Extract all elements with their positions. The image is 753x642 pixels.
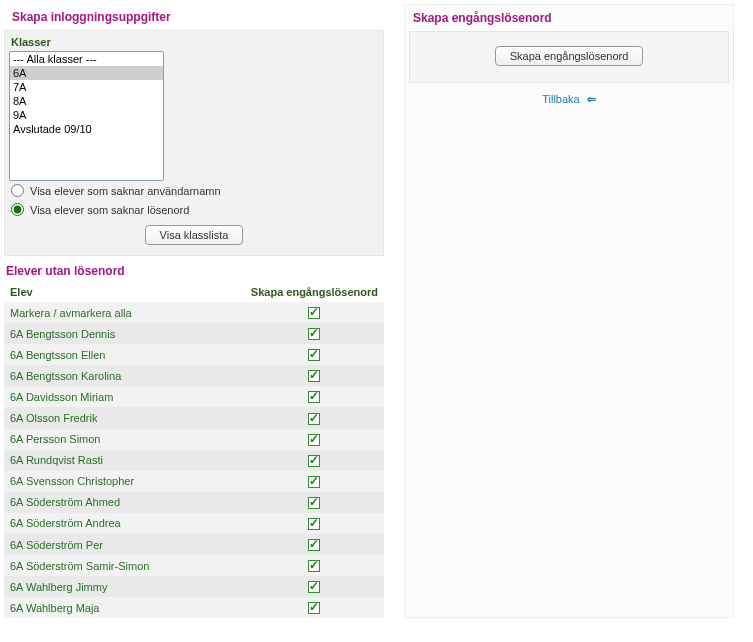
student-name: 6A Olsson Fredrik <box>4 407 245 428</box>
student-name: 6A Bengtsson Ellen <box>4 344 245 365</box>
toggle-all-label[interactable]: Markera / avmarkera alla <box>4 302 245 323</box>
table-row: 6A Söderström Ahmed <box>4 492 384 513</box>
students-tbody: Markera / avmarkera alla6A Bengtsson Den… <box>4 302 384 618</box>
table-row: 6A Rundqvist Rasti <box>4 450 384 471</box>
student-name: 6A Svensson Christopher <box>4 471 245 492</box>
students-table: Elev Skapa engångslösenord Markera / avm… <box>4 282 384 618</box>
create-otp-title: Skapa engångslösenord <box>405 5 733 31</box>
class-option[interactable]: 7A <box>10 80 163 94</box>
checkbox[interactable] <box>308 497 320 509</box>
student-name: 6A Davidsson Miriam <box>4 386 245 407</box>
create-otp-button[interactable]: Skapa engångslösenord <box>495 46 644 66</box>
table-row: 6A Svensson Christopher <box>4 471 384 492</box>
check-cell <box>245 386 384 407</box>
class-option[interactable]: 9A <box>10 108 163 122</box>
table-row: 6A Söderström Andrea <box>4 513 384 534</box>
check-cell <box>245 344 384 365</box>
check-cell <box>245 302 384 323</box>
student-name: 6A Bengtsson Karolina <box>4 365 245 386</box>
checkbox[interactable] <box>308 476 320 488</box>
student-name: 6A Söderström Per <box>4 534 245 555</box>
radio-missing-username-label: Visa elever som saknar användarnamn <box>30 185 221 197</box>
class-select[interactable]: --- Alla klasser ---6A7A8A9AAvslutade 09… <box>9 51 164 181</box>
checkbox[interactable] <box>308 434 320 446</box>
table-row: 6A Bengtsson Dennis <box>4 323 384 344</box>
class-option[interactable]: 8A <box>10 94 163 108</box>
table-row: 6A Wahlberg Jimmy <box>4 576 384 597</box>
check-cell <box>245 323 384 344</box>
checkbox[interactable] <box>308 349 320 361</box>
radio-missing-password[interactable] <box>11 203 24 216</box>
back-link[interactable]: Tillbaka ⇐ <box>405 83 733 110</box>
radio-missing-password-row[interactable]: Visa elever som saknar lösenord <box>9 200 379 219</box>
create-credentials-title: Skapa inloggningsuppgifter <box>4 4 384 30</box>
show-classlist-button[interactable]: Visa klasslista <box>145 225 244 245</box>
radio-missing-username[interactable] <box>11 184 24 197</box>
check-cell <box>245 471 384 492</box>
checkbox[interactable] <box>308 455 320 467</box>
check-cell <box>245 365 384 386</box>
class-option[interactable]: Avslutade 09/10 <box>10 122 163 136</box>
check-cell <box>245 576 384 597</box>
student-name: 6A Söderström Ahmed <box>4 492 245 513</box>
check-cell <box>245 407 384 428</box>
check-cell <box>245 597 384 618</box>
check-cell <box>245 429 384 450</box>
students-without-password-title: Elever utan lösenord <box>4 256 384 282</box>
radio-missing-password-label: Visa elever som saknar lösenord <box>30 204 189 216</box>
student-name: 6A Persson Simon <box>4 429 245 450</box>
classes-section: Klasser --- Alla klasser ---6A7A8A9AAvsl… <box>4 30 384 256</box>
student-name: 6A Bengtsson Dennis <box>4 323 245 344</box>
check-cell <box>245 492 384 513</box>
check-cell <box>245 450 384 471</box>
checkbox[interactable] <box>308 539 320 551</box>
checkbox[interactable] <box>308 518 320 530</box>
check-cell <box>245 513 384 534</box>
checkbox[interactable] <box>308 328 320 340</box>
student-name: 6A Rundqvist Rasti <box>4 450 245 471</box>
student-name: 6A Wahlberg Jimmy <box>4 576 245 597</box>
checkbox[interactable] <box>308 560 320 572</box>
checkbox[interactable] <box>308 307 320 319</box>
left-panel: Skapa inloggningsuppgifter Klasser --- A… <box>4 4 384 618</box>
back-link-label: Tillbaka <box>542 93 580 105</box>
table-row: 6A Wahlberg Maja <box>4 597 384 618</box>
table-row: 6A Persson Simon <box>4 429 384 450</box>
checkbox[interactable] <box>308 370 320 382</box>
toggle-all-row: Markera / avmarkera alla <box>4 302 384 323</box>
table-row: 6A Bengtsson Ellen <box>4 344 384 365</box>
check-cell <box>245 534 384 555</box>
right-panel: Skapa engångslösenord Skapa engångslösen… <box>404 4 734 618</box>
checkbox[interactable] <box>308 581 320 593</box>
table-row: 6A Bengtsson Karolina <box>4 365 384 386</box>
checkbox[interactable] <box>308 602 320 614</box>
table-row: 6A Söderström Samir-Simon <box>4 555 384 576</box>
table-row: 6A Davidsson Miriam <box>4 386 384 407</box>
col-action-header: Skapa engångslösenord <box>245 282 384 302</box>
table-row: 6A Söderström Per <box>4 534 384 555</box>
radio-missing-username-row[interactable]: Visa elever som saknar användarnamn <box>9 181 379 200</box>
col-student-header: Elev <box>4 282 245 302</box>
check-cell <box>245 555 384 576</box>
student-name: 6A Söderström Samir-Simon <box>4 555 245 576</box>
arrow-left-icon: ⇐ <box>587 93 596 106</box>
student-name: 6A Söderström Andrea <box>4 513 245 534</box>
class-option[interactable]: 6A <box>10 66 163 80</box>
checkbox[interactable] <box>308 391 320 403</box>
class-option[interactable]: --- Alla klasser --- <box>10 52 163 66</box>
checkbox[interactable] <box>308 413 320 425</box>
classes-label: Klasser <box>9 33 379 51</box>
table-row: 6A Olsson Fredrik <box>4 407 384 428</box>
student-name: 6A Wahlberg Maja <box>4 597 245 618</box>
